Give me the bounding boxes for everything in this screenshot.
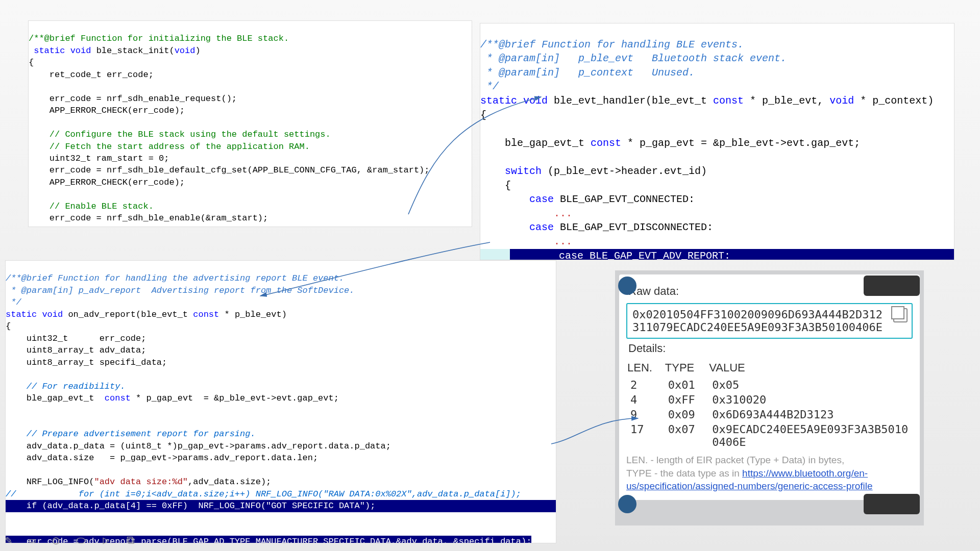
case-disconnected: case BLE_GAP_EVT_DISCONNECTED:: [480, 221, 713, 233]
code-line: adv_data.p_data = (uint8_t *)p_gap_evt->…: [6, 441, 391, 451]
comment-line: // Prepare advertisement report for pars…: [6, 429, 256, 439]
connect-chip: [864, 494, 920, 514]
doc-comment: */: [6, 297, 21, 307]
raw-data-hex[interactable]: 0x02010504FF31002009096D693A444B2D312311…: [626, 303, 913, 339]
device-dot: [618, 495, 636, 513]
code-pane-on-adv-report: /**@brief Function for handling the adve…: [5, 260, 556, 543]
comment-line: // Configure the BLE stack using the def…: [29, 130, 331, 139]
comment-line: // Enable BLE stack.: [29, 202, 154, 211]
table-header-row: LEN. TYPE VALUE: [626, 360, 913, 378]
comment-line: // For readibility.: [6, 382, 126, 391]
fn-signature: static void ble_evt_handler(ble_evt_t co…: [480, 95, 934, 107]
table-row: 20x010x05: [626, 378, 913, 392]
commented-for-loop: // for (int i=0;i<adv_data.size;i++) NRF…: [6, 489, 521, 499]
doc-comment: * @param[in] p_context Unused.: [480, 67, 695, 79]
code-line: APP_ERROR_CHECK(err_code);: [29, 106, 185, 115]
device-dot: [618, 277, 636, 295]
if-0xff-line: if (adv_data.p_data[4] == 0xFF) NRF_LOG_…: [6, 500, 556, 512]
doc-comment: /**@brief Function for handling the adve…: [6, 273, 344, 283]
code-line: APP_ERROR_CHECK(err_code);: [29, 226, 185, 227]
code-line: err_code = nrf_sdh_ble_enable(&ram_start…: [29, 213, 268, 223]
code-line: ble_gap_evt_t const * p_gap_evt = &p_ble…: [6, 393, 339, 403]
code-line: adv_data.size = p_gap_evt->params.adv_re…: [6, 453, 318, 463]
table-row: 90x090x6D693A444B2D3123: [626, 407, 913, 422]
footnote: LEN. - length of EIR packet (Type + Data…: [626, 454, 913, 493]
details-table: LEN. TYPE VALUE 20x010x05 40xFF0x310020 …: [626, 360, 913, 449]
doc-comment: */: [480, 81, 499, 92]
code-line: uint32_t ram_start = 0;: [29, 154, 169, 163]
doc-comment: /**@brief Function for handling BLE even…: [480, 39, 744, 51]
col-len: LEN.: [626, 360, 664, 378]
code-line: ret_code_t err_code;: [29, 70, 154, 80]
code-line: uint8_array_t specifi_data;: [6, 358, 167, 367]
code-pane-ble-stack-init: ⊞/**@brief Function for initializing the…: [28, 20, 472, 227]
log-adv-size: NRF_LOG_INFO("adv data size:%d",adv_data…: [6, 477, 271, 487]
table-row: 170x070x9ECADC240EE5A9E093F3A3B50100406E: [626, 422, 913, 449]
case-connected: case BLE_GAP_EVT_CONNECTED:: [480, 193, 695, 205]
doc-comment: /**@brief Function for initializing the …: [29, 34, 289, 43]
raw-data-hex-text: 0x02010504FF31002009096D693A444B2D312311…: [632, 308, 883, 334]
code-line: APP_ERROR_CHECK(err_code);: [29, 178, 185, 187]
brace: {: [29, 58, 34, 67]
table-row: 40xFF0x310020: [626, 392, 913, 407]
collapsed-dots: ...: [480, 208, 572, 219]
comment-line: // Fetch the start address of the applic…: [29, 142, 310, 152]
details-title: Details:: [628, 342, 913, 355]
col-value: VALUE: [708, 360, 913, 378]
code-line: uint8_array_t adv_data;: [6, 345, 146, 355]
connect-chip: [864, 276, 920, 296]
col-type: TYPE: [664, 360, 708, 378]
editor-toolbar-icons: ✎ ▭ ◯ ⬭ ▷ ⧉: [5, 534, 140, 547]
copy-icon[interactable]: [893, 308, 908, 322]
brace: {: [480, 109, 486, 121]
code-line: uint32_t err_code;: [6, 334, 146, 343]
brace: {: [6, 321, 11, 331]
code-line: err_code = nrf_sdh_enable_request();: [29, 94, 237, 104]
doc-comment: * @param[in] p_ble_evt Bluetooth stack e…: [480, 53, 787, 64]
case-adv-report-row: case BLE_GAP_EVT_ADV_REPORT:: [480, 249, 954, 261]
doc-comment: * @param[in] p_adv_report Advertising re…: [6, 286, 355, 295]
collapsed-dots: ...: [480, 236, 572, 247]
raw-data-card: Raw data: 0x02010504FF31002009096D693A44…: [615, 270, 924, 525]
code-line: err_code = nrf_sdh_ble_default_cfg_set(A…: [29, 165, 430, 175]
switch-line: switch (p_ble_evt->header.evt_id): [480, 165, 707, 177]
code-pane-ble-evt-handler: /**@brief Function for handling BLE even…: [480, 23, 954, 260]
code-line: ble_gap_evt_t const * p_gap_evt = &p_ble…: [480, 137, 860, 149]
fn-signature: static void on_adv_report(ble_evt_t cons…: [6, 310, 287, 319]
